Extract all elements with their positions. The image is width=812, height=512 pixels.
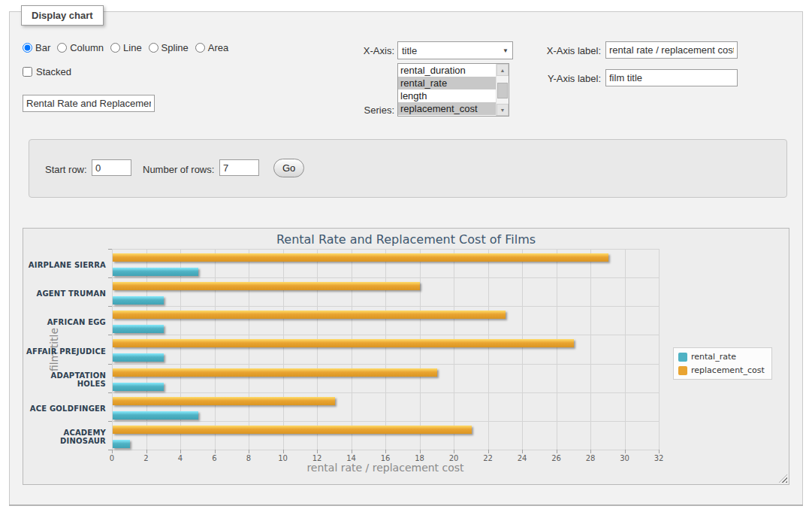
x-tick-label: 6 xyxy=(200,454,230,462)
legend-item-replacement_cost[interactable]: replacement_cost xyxy=(678,365,765,375)
bar-rental_rate[interactable] xyxy=(113,383,164,391)
bar-replacement_cost[interactable] xyxy=(113,253,608,262)
bar-rental_rate[interactable] xyxy=(113,268,198,276)
x-tick-mark xyxy=(352,450,352,453)
x-axis-label-field-label: X-Axis label: xyxy=(518,45,601,56)
y-tick-mark xyxy=(108,306,112,307)
page: Display chart BarColumnLineSplineArea St… xyxy=(0,0,812,512)
start-row-input[interactable] xyxy=(92,159,131,176)
number-of-rows-input[interactable] xyxy=(219,159,259,176)
gridline-y xyxy=(112,364,659,365)
bar-rental_rate[interactable] xyxy=(113,296,164,304)
y-axis-label-input[interactable] xyxy=(605,69,738,86)
chart-type-label: Bar xyxy=(35,42,50,53)
legend-label: rental_rate xyxy=(691,352,736,362)
chart-type-radio-column[interactable] xyxy=(57,43,67,53)
chart-type-area[interactable]: Area xyxy=(195,42,228,53)
y-tick-mark xyxy=(108,249,112,250)
chart-type-bar[interactable]: Bar xyxy=(23,42,50,53)
x-tick-label: 20 xyxy=(439,454,469,462)
chart-type-line[interactable]: Line xyxy=(110,42,142,53)
series-option-replacement_cost[interactable]: replacement_cost xyxy=(398,102,496,115)
fieldset-bottom-border xyxy=(9,504,803,506)
x-tick-mark xyxy=(590,450,591,453)
x-tick-label: 26 xyxy=(542,454,572,462)
gridline-y xyxy=(112,277,659,278)
x-tick-label: 30 xyxy=(610,454,640,462)
x-tick-label: 2 xyxy=(131,454,161,462)
series-option-rental_rate[interactable]: rental_rate xyxy=(398,77,496,89)
bar-replacement_cost[interactable] xyxy=(113,368,437,377)
series-option-rental_duration[interactable]: rental_duration xyxy=(398,64,496,77)
chart-title-input[interactable] xyxy=(23,95,155,112)
x-tick-mark xyxy=(283,450,284,453)
chart-type-label: Column xyxy=(70,42,104,53)
x-tick-mark xyxy=(180,450,181,453)
bar-replacement_cost[interactable] xyxy=(113,282,420,290)
x-tick-mark xyxy=(488,450,489,453)
category-label: AFFAIR PREJUDICE xyxy=(23,347,106,355)
series-option-length[interactable]: length xyxy=(398,89,496,102)
chart-type-column[interactable]: Column xyxy=(57,42,104,53)
category-label: ADAPTATION HOLES xyxy=(23,371,106,388)
x-tick-mark xyxy=(385,450,386,453)
start-row-label: Start row: xyxy=(45,164,87,175)
gridline-x xyxy=(522,249,523,450)
bar-rental_rate[interactable] xyxy=(113,440,130,448)
go-button[interactable]: Go xyxy=(273,159,304,177)
bar-replacement_cost[interactable] xyxy=(113,426,472,434)
gridline-x xyxy=(625,249,626,450)
scrollbar-thumb[interactable] xyxy=(497,83,508,98)
gridline-x xyxy=(420,249,421,450)
chart-type-radio-bar[interactable] xyxy=(23,43,32,53)
gridline-x xyxy=(385,249,386,450)
bar-replacement_cost[interactable] xyxy=(113,339,574,347)
bar-rental_rate[interactable] xyxy=(113,325,164,333)
chart-type-label: Line xyxy=(123,42,142,53)
series-scrollbar[interactable]: ▲ ▼ xyxy=(496,64,509,116)
fieldset-legend: Display chart xyxy=(21,5,104,26)
x-tick-label: 22 xyxy=(473,454,503,462)
chart-type-radio-spline[interactable] xyxy=(149,43,158,53)
y-tick-mark xyxy=(108,450,112,450)
x-tick-mark xyxy=(454,450,454,453)
chart-type-label: Spline xyxy=(161,42,189,53)
legend-item-rental_rate[interactable]: rental_rate xyxy=(678,352,765,362)
x-axis-title: rental rate / replacement cost xyxy=(112,462,659,474)
series-listbox[interactable]: rental_durationrental_ratelengthreplacem… xyxy=(397,63,509,117)
y-tick-mark xyxy=(108,364,112,365)
x-axis-select[interactable]: title ▼ xyxy=(397,41,513,59)
chart-type-radio-area[interactable] xyxy=(195,43,205,53)
stacked-checkbox-row[interactable]: Stacked xyxy=(23,66,71,77)
scroll-up-icon[interactable]: ▲ xyxy=(497,64,509,76)
scroll-down-icon[interactable]: ▼ xyxy=(497,104,509,116)
bar-replacement_cost[interactable] xyxy=(113,311,506,319)
x-tick-label: 0 xyxy=(97,454,127,462)
category-label: ACADEMY DINOSAUR xyxy=(23,429,106,445)
x-axis-label-input[interactable] xyxy=(605,41,738,59)
gridline-x xyxy=(317,249,318,450)
x-tick-label: 14 xyxy=(337,454,367,462)
gridline-x xyxy=(283,249,284,450)
x-tick-mark xyxy=(420,450,421,453)
gridline-x xyxy=(249,249,249,450)
bar-rental_rate[interactable] xyxy=(113,411,198,420)
x-tick-label: 16 xyxy=(370,454,400,462)
x-tick-mark xyxy=(557,450,557,453)
x-tick-mark xyxy=(112,450,113,453)
x-axis-selected-value: title xyxy=(398,45,499,56)
bar-replacement_cost[interactable] xyxy=(113,397,335,405)
chart-type-spline[interactable]: Spline xyxy=(149,42,189,53)
chart-legend: rental_ratereplacement_cost xyxy=(673,347,772,380)
stacked-checkbox[interactable] xyxy=(23,67,32,77)
series-select-label: Series: xyxy=(315,105,394,116)
chart-container: Rental Rate and Replacement Cost of Film… xyxy=(23,228,789,485)
x-tick-mark xyxy=(249,450,249,453)
chart-plot-area xyxy=(112,249,659,450)
gridline-x xyxy=(215,249,216,450)
chart-type-radio-line[interactable] xyxy=(110,43,120,53)
resize-handle-icon[interactable] xyxy=(779,474,787,483)
gridline-x xyxy=(659,249,660,450)
bar-rental_rate[interactable] xyxy=(113,353,164,362)
gridline-x xyxy=(488,249,489,450)
